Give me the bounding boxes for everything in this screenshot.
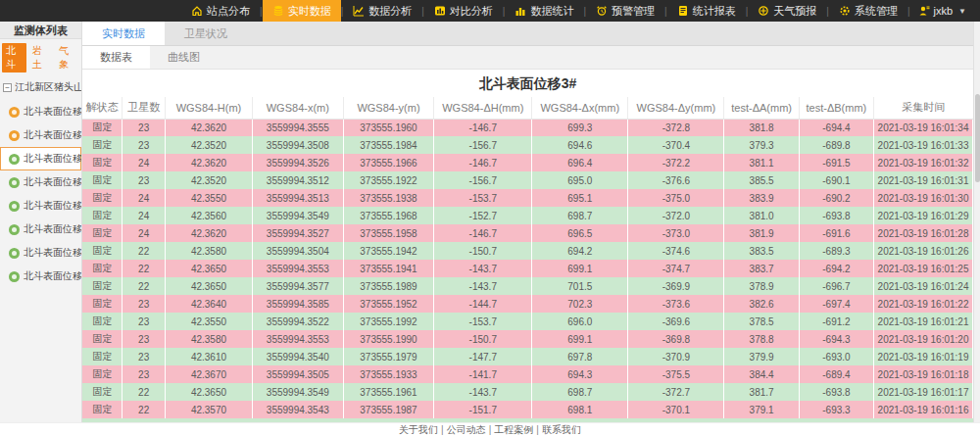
table-cell: 42.3570 xyxy=(165,401,252,418)
weather-icon xyxy=(758,5,769,17)
table-cell: 固定 xyxy=(82,119,122,136)
column-header: WGS84-y(m) xyxy=(343,97,434,119)
sidebar-item-point-1[interactable]: 北斗表面位移1# xyxy=(0,100,81,123)
table-cell: -376.6 xyxy=(628,171,724,189)
table-cell: -147.7 xyxy=(434,348,532,365)
column-header: 卫星数 xyxy=(122,97,166,119)
nav-item-2[interactable]: 实时数据 xyxy=(263,0,341,22)
column-header: WGS84-Δy(mm) xyxy=(628,97,724,119)
nav-item-label: 系统管理 xyxy=(855,4,898,19)
table-cell: 373555.1938 xyxy=(343,189,434,207)
footer-separator: | xyxy=(438,424,447,435)
tab-2[interactable]: 卫星状况 xyxy=(165,22,247,45)
table-cell: 3559994.3522 xyxy=(253,313,344,330)
column-header: WGS84-Δx(mm) xyxy=(532,97,628,119)
table-cell: 2021-03-19 16:01:16 xyxy=(874,401,973,418)
database-icon xyxy=(272,5,284,17)
user-menu[interactable]: jxkb ▼ xyxy=(910,0,980,22)
table-cell: 384.4 xyxy=(724,365,799,383)
tab-1[interactable]: 实时数据 xyxy=(82,22,165,45)
subtab-2[interactable]: 曲线图 xyxy=(150,46,218,69)
table-cell: 42.3650 xyxy=(165,260,252,277)
main-panel: 实时数据卫星状况 数据表曲线图 北斗表面位移3# 解状态卫星数WGS84-H(m… xyxy=(82,22,980,422)
table-cell: 699.1 xyxy=(532,260,628,277)
sidebar-item-label: 北斗表面位移1# xyxy=(24,105,82,119)
table-cell: -373.0 xyxy=(628,224,724,242)
data-table: 解状态卫星数WGS84-H(m)WGS84-x(m)WGS84-y(m)WGS8… xyxy=(82,97,973,418)
footer-link-4[interactable]: 联系我们 xyxy=(542,424,581,435)
nav-item-7[interactable]: 统计报表 xyxy=(667,0,746,22)
table-header-row: 解状态卫星数WGS84-H(m)WGS84-x(m)WGS84-y(m)WGS8… xyxy=(82,97,973,119)
main-tabbar: 实时数据卫星状况 xyxy=(82,22,980,46)
table-cell: 3559994.3549 xyxy=(253,383,344,401)
nav-item-8[interactable]: 天气预报 xyxy=(748,0,826,22)
table-cell: 固定 xyxy=(82,189,122,207)
nav-item-6[interactable]: 预警管理 xyxy=(586,0,664,22)
column-header: WGS84-ΔH(mm) xyxy=(434,97,532,119)
table-cell: 22 xyxy=(122,277,166,295)
sidebar-item-point-2[interactable]: 北斗表面位移2# xyxy=(0,123,81,147)
nav-item-4[interactable]: 对比分析 xyxy=(424,0,503,22)
subtab-1[interactable]: 数据表 xyxy=(82,46,150,69)
sidebar-tab-3[interactable]: 气象 xyxy=(55,43,79,73)
table-cell: 23 xyxy=(122,295,166,313)
sidebar-item-point-5[interactable]: 北斗表面位移5# xyxy=(0,194,81,218)
table-cell: 381.1 xyxy=(724,154,799,171)
tree-root-node[interactable]: − 江北新区猪头山... xyxy=(0,75,81,98)
sidebar-item-point-3[interactable]: 北斗表面位移3# xyxy=(0,147,81,170)
table-cell: 698.1 xyxy=(532,401,628,418)
nav-item-label: 实时数据 xyxy=(288,4,331,19)
table-cell: 699.3 xyxy=(532,119,628,136)
footer-separator: | xyxy=(533,424,542,435)
sidebar-item-point-6[interactable]: 北斗表面位移6# xyxy=(0,218,81,241)
table-cell: 2021-03-19 16:01:32 xyxy=(874,154,973,171)
table-cell: -694.2 xyxy=(799,260,873,277)
table-cell: 373555.1979 xyxy=(343,348,434,365)
table-cell: 42.3550 xyxy=(165,189,252,207)
table-cell: 24 xyxy=(122,224,166,242)
table-cell: 42.3520 xyxy=(165,171,252,189)
table-cell: 695.1 xyxy=(532,189,628,207)
sidebar-tab-1[interactable]: 北斗 xyxy=(2,43,26,73)
nav-item-label: 预警管理 xyxy=(612,4,655,19)
sidebar-item-point-8[interactable]: 北斗表面位移8# xyxy=(0,265,81,288)
scrollbar-thumb[interactable] xyxy=(975,94,980,182)
table-cell: -690.1 xyxy=(799,171,873,189)
table-cell: 696.5 xyxy=(532,224,628,242)
table-cell: 381.7 xyxy=(724,383,799,401)
nav-item-9[interactable]: 系统管理 xyxy=(829,0,907,22)
sidebar-tab-2[interactable]: 岩土 xyxy=(28,43,53,73)
table-cell: -153.7 xyxy=(434,189,532,207)
table-cell: 23 xyxy=(122,119,166,136)
vertical-scrollbar[interactable] xyxy=(973,22,980,422)
table-cell: 42.3550 xyxy=(165,313,252,330)
table-cell: -146.7 xyxy=(434,224,532,242)
table-cell: 22 xyxy=(122,401,166,418)
nav-item-1[interactable]: 站点分布 xyxy=(181,0,260,22)
footer-link-2[interactable]: 公司动态 xyxy=(447,424,486,435)
collapse-icon[interactable]: − xyxy=(3,83,12,92)
table-row: 固定2342.35503559994.3522373555.1992-153.7… xyxy=(82,313,973,330)
table-cell: 373555.1984 xyxy=(343,136,434,154)
table-cell: -372.8 xyxy=(628,119,724,136)
table-cell: 2021-03-19 16:01:19 xyxy=(874,348,973,365)
table-cell: 2021-03-19 16:01:18 xyxy=(874,365,973,383)
footer-link-3[interactable]: 工程案例 xyxy=(494,424,533,435)
nav-item-3[interactable]: 数据分析 xyxy=(343,0,421,22)
table-cell: 24 xyxy=(122,207,166,224)
sidebar-item-point-4[interactable]: 北斗表面位移4# xyxy=(0,170,81,194)
table-cell: 701.5 xyxy=(532,277,628,295)
table-cell: 2021-03-19 16:01:26 xyxy=(874,242,973,260)
table-cell: 42.3580 xyxy=(165,330,252,348)
table-cell: 381.8 xyxy=(724,119,799,136)
table-cell: -156.7 xyxy=(434,171,532,189)
table-cell: 373555.1922 xyxy=(343,171,434,189)
monitor-point-icon xyxy=(9,177,20,188)
nav-item-5[interactable]: 数据统计 xyxy=(505,0,583,22)
table-cell: -691.6 xyxy=(799,224,873,242)
table-cell: 3559994.3512 xyxy=(253,171,344,189)
home-icon xyxy=(191,5,203,17)
column-header: test-ΔB(mm) xyxy=(799,97,873,119)
footer-link-1[interactable]: 关于我们 xyxy=(399,424,438,435)
sidebar-item-point-7[interactable]: 北斗表面位移7# xyxy=(0,241,81,265)
